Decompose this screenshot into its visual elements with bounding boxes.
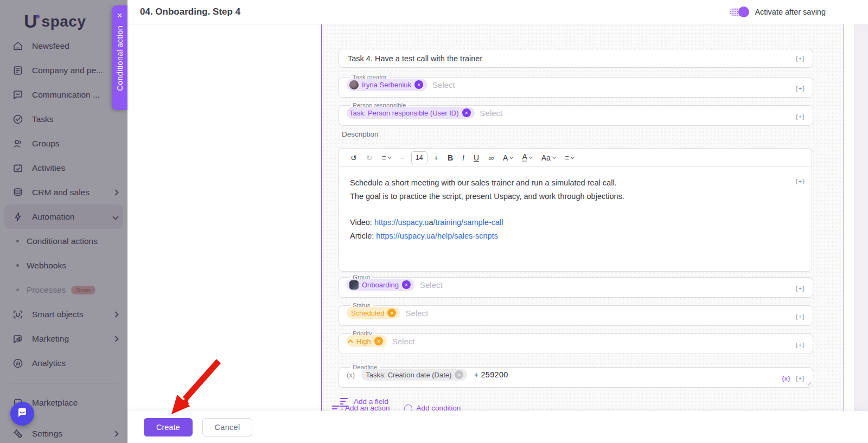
remove-chip-icon[interactable]: ×: [374, 337, 383, 345]
select-placeholder[interactable]: Select: [480, 108, 503, 118]
deadline-expression[interactable]: + 259200: [474, 370, 508, 379]
task-creator-chip[interactable]: Iryna Serbeniuk ×: [347, 79, 427, 91]
deadline-field[interactable]: Deadline (x) Tasks: Creation date (Date)…: [339, 365, 813, 388]
activate-toggle-group: Activate after saving: [730, 8, 826, 16]
person-responsible-chip[interactable]: Task: Person responsible (User ID) ×: [347, 107, 475, 119]
priority-chip[interactable]: High ×: [347, 335, 387, 347]
article-link[interactable]: https://uspacy.ua/help/sales-scripts: [376, 232, 498, 240]
add-action-icon: [332, 406, 341, 410]
select-placeholder[interactable]: Select: [420, 280, 443, 290]
add-condition-link[interactable]: Add condition: [404, 404, 461, 410]
description-line: Article: https://uspacy.ua/help/sales-sc…: [350, 229, 801, 243]
select-placeholder[interactable]: Select: [405, 309, 428, 318]
chat-icon: [17, 407, 28, 420]
highlight-color-button[interactable]: A: [519, 151, 534, 164]
chevron-down-icon: [509, 155, 513, 158]
close-icon[interactable]: ×: [117, 11, 123, 20]
modal-footer: Create Cancel: [127, 411, 868, 443]
status-chip[interactable]: Scheduled ×: [347, 307, 400, 319]
insert-variable-token[interactable]: {+}: [796, 342, 805, 348]
conditional-action-tab[interactable]: × Conditional action: [112, 5, 127, 110]
chevron-down-icon: [571, 155, 575, 158]
page-title: 04. Onboarding. Step 4: [140, 7, 730, 17]
redo-icon[interactable]: ↻: [363, 151, 375, 164]
line-height-icon[interactable]: ≡: [379, 151, 393, 164]
add-condition-icon: [404, 405, 412, 410]
task-action-panel: Task 4. Have a test call with the traine…: [321, 24, 844, 411]
font-size-value[interactable]: 14: [411, 151, 427, 164]
select-placeholder[interactable]: Select: [432, 80, 455, 89]
toggle-knob: [738, 7, 749, 17]
modal-content: Task 4. Have a test call with the traine…: [127, 24, 868, 411]
deadline-chip[interactable]: Tasks: Creation date (Date) ×: [361, 369, 467, 381]
task-creator-field[interactable]: Task creator Iryna Serbeniuk × Select {+…: [339, 75, 813, 98]
description-line: Video: https://uspacy.ua/training/sample…: [350, 216, 801, 229]
modal-header: 04. Onboarding. Step 4 Activate after sa…: [127, 0, 868, 24]
remove-chip-icon[interactable]: ×: [462, 108, 471, 117]
person-responsible-field[interactable]: Person responsible Task: Person responsi…: [339, 103, 813, 126]
status-field[interactable]: Status Scheduled × Select {+}: [339, 303, 813, 326]
insert-variable-token[interactable]: {+}: [796, 113, 805, 120]
scrollbar[interactable]: [854, 24, 868, 411]
group-avatar: [349, 280, 359, 290]
group-chip[interactable]: Onboarding ×: [347, 279, 414, 291]
insert-variable-token[interactable]: {+}: [796, 285, 805, 292]
text-color-button[interactable]: A: [500, 151, 515, 164]
font-size-increase-button[interactable]: +: [431, 151, 441, 164]
chevron-down-icon: [552, 155, 556, 158]
resize-handle[interactable]: [806, 381, 811, 386]
font-size-decrease-button[interactable]: −: [398, 151, 407, 164]
formula-icon: (x): [347, 371, 355, 379]
insert-variable-token[interactable]: {+}: [796, 175, 805, 188]
undo-icon[interactable]: ↺: [348, 151, 360, 164]
description-line: The goal is to practice the script, pres…: [350, 190, 801, 203]
font-case-button[interactable]: Aa: [539, 151, 558, 164]
remove-chip-icon[interactable]: ×: [414, 80, 423, 89]
priority-high-icon: [348, 339, 353, 344]
select-placeholder[interactable]: Select: [392, 337, 415, 346]
add-action-link[interactable]: Add an action: [332, 404, 390, 410]
clipped-action-links: Add an action Add condition: [332, 404, 461, 410]
group-field[interactable]: Group Onboarding × Select {+}: [339, 275, 813, 298]
cancel-button[interactable]: Cancel: [202, 418, 253, 436]
link-icon[interactable]: ∞: [486, 151, 496, 164]
remove-chip-icon[interactable]: ×: [387, 309, 396, 317]
insert-variable-token[interactable]: {+}: [796, 375, 805, 382]
insert-variable-token[interactable]: {+}: [796, 313, 805, 320]
modal-backdrop[interactable]: [0, 0, 127, 443]
activate-toggle[interactable]: [730, 8, 748, 16]
create-button[interactable]: Create: [144, 418, 193, 436]
align-button[interactable]: ≡: [562, 151, 577, 164]
task-title-value: Task 4. Have a test call with the traine…: [348, 54, 482, 63]
bold-button[interactable]: B: [445, 151, 456, 164]
description-label: Description: [342, 130, 379, 138]
task-title-input[interactable]: Task 4. Have a test call with the traine…: [339, 49, 813, 68]
avatar: [349, 80, 359, 89]
priority-field[interactable]: Priority High × Select {+}: [339, 331, 813, 354]
description-line: Schedule a short meeting with our sales …: [350, 176, 801, 190]
remove-chip-icon[interactable]: ×: [402, 280, 411, 289]
underline-button[interactable]: U: [471, 151, 482, 164]
activate-toggle-label: Activate after saving: [755, 8, 826, 16]
insert-formula-token[interactable]: {x}: [782, 375, 790, 382]
chevron-down-icon: [529, 155, 533, 158]
description-editor[interactable]: ↺ ↻ ≡ − 14 + B I U ∞ A A Aa ≡ Schedule a…: [339, 148, 812, 272]
chevron-down-icon: [388, 155, 392, 158]
video-link[interactable]: https://uspacy.ua/training/sample-call: [374, 218, 503, 227]
insert-variable-token[interactable]: {+}: [796, 85, 805, 92]
description-content[interactable]: Schedule a short meeting with our sales …: [339, 167, 812, 252]
italic-button[interactable]: I: [459, 151, 467, 164]
remove-chip-icon[interactable]: ×: [455, 370, 463, 379]
editor-toolbar: ↺ ↻ ≡ − 14 + B I U ∞ A A Aa ≡: [339, 149, 812, 167]
conditional-action-tab-label: Conditional action: [116, 25, 124, 91]
chat-fab[interactable]: [10, 402, 34, 426]
insert-variable-token[interactable]: {+}: [796, 55, 805, 62]
conditional-action-modal: 04. Onboarding. Step 4 Activate after sa…: [127, 0, 868, 443]
